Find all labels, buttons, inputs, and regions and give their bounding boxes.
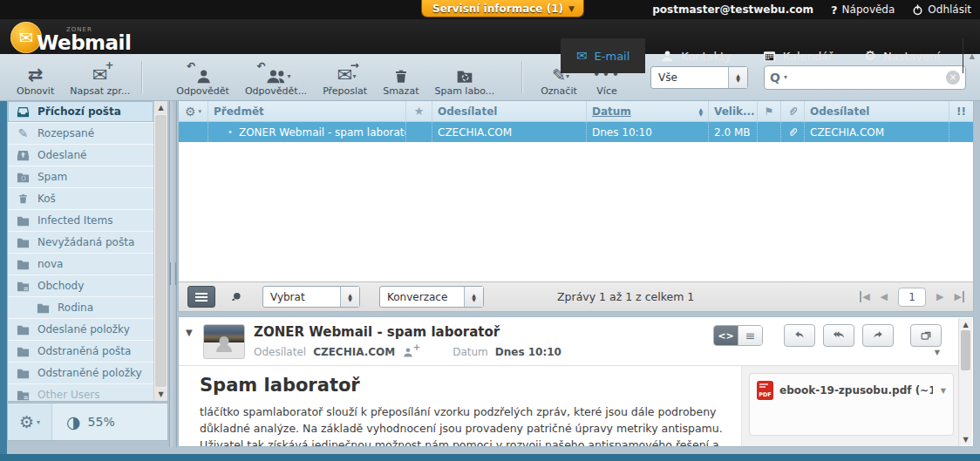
list-view-button[interactable] — [187, 286, 215, 308]
scroll-down-icon[interactable]: ▼ — [959, 433, 972, 445]
brand-name: Webmail — [37, 33, 131, 53]
preview-scrollbar[interactable]: ▲ ▼ — [958, 318, 972, 445]
row-sender[interactable]: CZECHIA.COM — [432, 122, 587, 142]
scroll-up-icon[interactable]: ▲ — [959, 318, 972, 330]
sidebar-item-sent[interactable]: Odeslané — [8, 145, 153, 166]
logout-link[interactable]: Odhlásit — [912, 3, 971, 16]
star-icon: ★ — [414, 105, 425, 118]
folder-icon — [16, 367, 31, 380]
column-attachment[interactable] — [781, 101, 805, 121]
message-row[interactable]: •ZONER Webmail - spam laboratoř CZECHIA.… — [179, 122, 973, 142]
view-mode-toggle[interactable]: <> ≡ — [713, 325, 763, 346]
paperclip-icon — [787, 126, 799, 138]
row-attachment-cell[interactable] — [781, 122, 805, 142]
sidebar-item-junk[interactable]: Nevyžádaná pošta — [8, 232, 153, 254]
reply-all-button[interactable]: ↶ ▾ Odpovědět... — [237, 58, 315, 97]
column-sender2[interactable]: Odesílatel — [805, 101, 949, 121]
spam-lab-button[interactable]: Spam labo... — [426, 58, 502, 97]
folder-settings-button[interactable]: ⚙ ▾ — [8, 403, 52, 440]
conversation-dropdown[interactable]: Konverzace ▲▼ — [379, 286, 484, 308]
attachment-item[interactable]: PDF ebook-19-zpusobu.pdf (~1... ▼ — [757, 381, 946, 400]
sidebar-item-rodina[interactable]: Rodina — [8, 297, 153, 319]
next-page-button[interactable]: ▶ — [936, 291, 943, 302]
row-priority-cell[interactable] — [949, 122, 973, 142]
sidebar-item-odstranene-polozky[interactable]: Odstraněné položky — [8, 363, 153, 384]
message-list-footer: Vybrat ▲▼ Konverzace ▲▼ Zprávy 1 až 1 z … — [179, 281, 973, 311]
last-page-button[interactable]: ▶ — [955, 291, 964, 302]
reply-all-button[interactable] — [823, 324, 854, 347]
sidebar-item-drafts[interactable]: ✎ Rozepsané — [8, 123, 153, 145]
scrollbar-thumb[interactable] — [961, 330, 970, 370]
first-page-button[interactable]: ◀ — [860, 291, 869, 302]
tab-contacts[interactable]: Kontakty — [645, 38, 746, 73]
column-star[interactable]: ★ — [406, 101, 432, 121]
row-subject[interactable]: •ZONER Webmail - spam laboratoř — [208, 122, 406, 142]
column-subject[interactable]: Předmět — [208, 101, 406, 121]
reply-button[interactable] — [784, 324, 815, 347]
select-dropdown[interactable]: Vybrat ▲▼ — [262, 286, 360, 308]
html-view-icon[interactable]: <> — [714, 326, 738, 345]
column-priority[interactable]: !! — [949, 101, 973, 121]
row-flag-cell[interactable] — [758, 122, 781, 142]
row-size[interactable]: 2.0 MB — [709, 122, 758, 142]
delete-button[interactable]: Smazat — [375, 58, 426, 97]
prev-page-button[interactable]: ◀ — [881, 291, 888, 302]
row-sender2[interactable]: CZECHIA.COM — [805, 122, 949, 142]
sidebar-item-infected[interactable]: Infected Items — [8, 210, 153, 232]
preview-header: ZONER Webmail - spam laboratoř Odesílate… — [254, 324, 561, 358]
collapse-header-button[interactable]: ▲ — [963, 38, 975, 73]
sidebar-item-odeslane-polozky[interactable]: Odeslané položky — [8, 319, 153, 341]
sidebar-item-nova[interactable]: nova — [8, 254, 153, 275]
reply-button[interactable]: ↶ Odpovědět — [168, 58, 237, 97]
main-nav: ✉ E-mail Kontakty Kalendář ⚙ Nastavení — [561, 38, 956, 73]
search-options-caret[interactable]: ▾ — [784, 73, 787, 81]
sidebar-item-spam[interactable]: Spam — [8, 166, 153, 188]
date-value: Dnes 10:10 — [495, 346, 561, 358]
sidebar-item-odstranena-posta[interactable]: Odstraněná pošta — [8, 341, 153, 363]
refresh-button[interactable]: ⇄ Obnovit — [9, 58, 62, 97]
tab-email[interactable]: ✉ E-mail — [561, 38, 645, 73]
tab-settings[interactable]: ⚙ Nastavení — [848, 38, 956, 73]
sidebar-footer: ⚙ ▾ ◑ 55% — [7, 403, 168, 441]
text-view-icon[interactable]: ≡ — [738, 326, 762, 345]
chevron-down-icon[interactable]: ▼ — [941, 387, 946, 395]
forward-button[interactable] — [862, 324, 894, 347]
compose-button[interactable]: ✉+ Napsat zpr... — [62, 58, 138, 97]
spinner-icon: ▲▼ — [464, 287, 483, 307]
forward-button[interactable]: ✉→▾ Přeposlat — [315, 58, 375, 97]
sidebar-scrollbar[interactable]: ▲ ▼ — [153, 101, 167, 401]
help-link[interactable]: ? Nápověda — [831, 3, 895, 17]
column-flag[interactable]: ⚑ — [758, 101, 781, 121]
column-date[interactable]: Datum ▲▼ — [587, 101, 709, 121]
scroll-up-icon[interactable]: ▲ — [154, 101, 167, 114]
scrollbar-thumb[interactable] — [155, 115, 167, 387]
pdf-icon: PDF — [757, 381, 773, 400]
sidebar-item-other-users[interactable]: Other Users — [8, 384, 153, 401]
zoom-control[interactable]: ◑ 55% — [66, 412, 115, 431]
logout-label: Odhlásit — [928, 3, 971, 16]
scroll-down-icon[interactable]: ▼ — [154, 388, 167, 401]
open-in-window-button[interactable] — [910, 324, 942, 347]
page-number-input[interactable]: 1 — [898, 288, 926, 307]
sidebar-item-inbox[interactable]: Příchozí pošta — [8, 101, 153, 123]
list-settings-button[interactable]: ⚙▾ — [179, 101, 208, 121]
tab-calendar[interactable]: Kalendář — [747, 38, 849, 73]
row-star-cell[interactable] — [406, 122, 432, 142]
message-list-panel: ⚙▾ Předmět ★ Odesílatel Datum ▲▼ Velik..… — [178, 100, 974, 312]
chevron-down-icon[interactable]: ▼ — [935, 349, 940, 356]
compact-view-button[interactable] — [224, 287, 247, 307]
column-size[interactable]: Velik... — [709, 101, 758, 121]
sender-value[interactable]: CZECHIA.COM — [313, 346, 395, 358]
add-contact-icon[interactable]: + — [402, 347, 414, 358]
service-info-button[interactable]: Servisní informace (1) ▼ — [421, 0, 584, 17]
sidebar-item-obchody[interactable]: Obchody — [8, 275, 153, 297]
collapse-preview-icon[interactable]: ▼ — [186, 328, 193, 337]
webmail-logo[interactable]: ✉ ZONER Webmail — [10, 22, 131, 53]
message-list-empty-area[interactable] — [179, 142, 973, 281]
sidebar-item-trash[interactable]: Koš — [8, 188, 153, 210]
row-date[interactable]: Dnes 10:10 — [587, 122, 709, 142]
folder-icon — [16, 345, 31, 358]
calendar-icon — [763, 50, 776, 63]
panel-splitter[interactable] — [169, 100, 177, 447]
column-sender[interactable]: Odesílatel — [432, 101, 587, 121]
